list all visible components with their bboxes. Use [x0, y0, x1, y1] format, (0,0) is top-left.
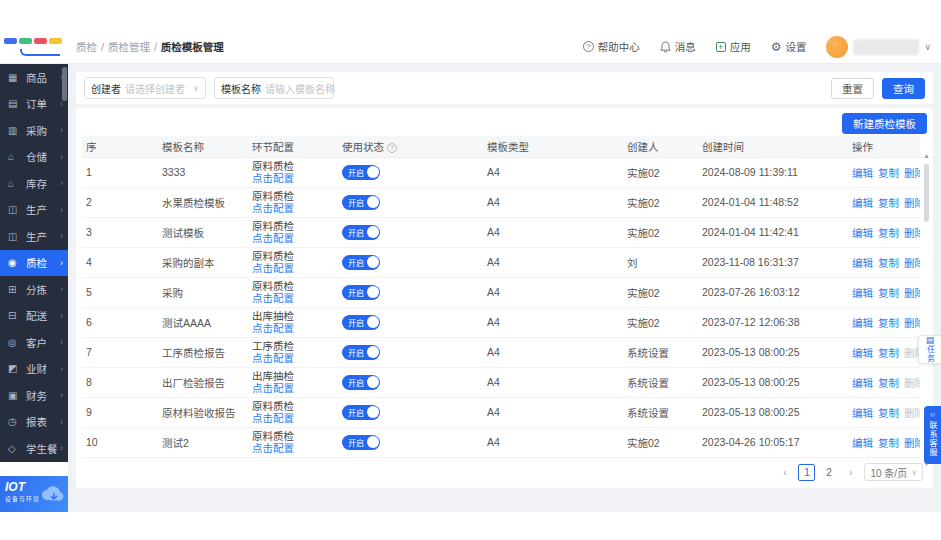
edit-link[interactable]: 编辑 — [852, 257, 873, 269]
next-page-button[interactable]: › — [842, 464, 859, 481]
reset-button[interactable]: 重置 — [831, 78, 874, 99]
configure-link[interactable]: 点击配置 — [252, 322, 334, 334]
copy-link[interactable]: 复制 — [878, 287, 899, 299]
status-toggle[interactable]: 开启 — [342, 375, 380, 390]
copy-link[interactable]: 复制 — [878, 227, 899, 239]
apps-button[interactable]: + 应用 — [716, 39, 751, 54]
delete-link[interactable]: 删除 — [904, 227, 920, 239]
template-name-input[interactable]: 模板名称 请输入模板名称 — [214, 77, 334, 99]
status-toggle[interactable]: 开启 — [342, 345, 380, 360]
status-toggle[interactable]: 开启 — [342, 405, 380, 420]
table-scrollbar-thumb[interactable] — [924, 164, 929, 222]
page-button-1[interactable]: 1 — [798, 464, 815, 481]
stack-icon: ▤ — [926, 336, 935, 345]
template-table-card: 新建质检模板 序模板名称环节配置使用状态?模板类型创建人创建时间操作 13333… — [76, 108, 933, 488]
sidebar-item-orders[interactable]: ▤订单› — [0, 91, 68, 118]
delete-link[interactable]: 删除 — [904, 287, 920, 299]
sidebar-item-student-meals[interactable]: ◇学生餐› — [0, 435, 68, 462]
created-time: 2024-08-09 11:39:11 — [698, 157, 848, 187]
table-row: 8出厂检验报告出库抽检点击配置开启A4系统设置2023-05-13 08:00:… — [82, 367, 920, 397]
configure-link[interactable]: 点击配置 — [252, 352, 334, 364]
prev-page-button[interactable]: ‹ — [776, 464, 793, 481]
copy-link[interactable]: 复制 — [878, 347, 899, 359]
status-toggle[interactable]: 开启 — [342, 225, 380, 240]
edit-link[interactable]: 编辑 — [852, 377, 873, 389]
status-toggle[interactable]: 开启 — [342, 255, 380, 270]
sidebar-item-production[interactable]: ◫生产› — [0, 197, 68, 224]
app-logo[interactable] — [0, 30, 68, 64]
sidebar-item-sorting[interactable]: ⊞分拣› — [0, 276, 68, 303]
settings-button[interactable]: ⚙ 设置 — [771, 39, 807, 54]
creator-select[interactable]: 创建者 请选择创建者 ∨ — [84, 77, 206, 99]
configure-link[interactable]: 点击配置 — [252, 382, 334, 394]
copy-link[interactable]: 复制 — [878, 407, 899, 419]
status-toggle[interactable]: 开启 — [342, 195, 380, 210]
sidebar-item-quality[interactable]: ◉质检› — [0, 250, 68, 277]
sidebar-item-production-2[interactable]: ◫生产› — [0, 223, 68, 250]
sidebar-item-delivery[interactable]: ⊟配送› — [0, 303, 68, 330]
delete-link[interactable]: 删除 — [904, 317, 920, 329]
edit-link[interactable]: 编辑 — [852, 347, 873, 359]
sidebar-item-customers[interactable]: ◎客户› — [0, 329, 68, 356]
chevron-right-icon: › — [60, 417, 63, 427]
copy-link[interactable]: 复制 — [878, 317, 899, 329]
edit-link[interactable]: 编辑 — [852, 197, 873, 209]
edit-link[interactable]: 编辑 — [852, 317, 873, 329]
iot-banner[interactable]: IOT 设备与环境 — [0, 476, 68, 512]
status-toggle[interactable]: 开启 — [342, 435, 380, 450]
configure-link[interactable]: 点击配置 — [252, 232, 334, 244]
row-index: 6 — [82, 307, 158, 337]
sidebar-item-business-finance[interactable]: ◩业财› — [0, 356, 68, 383]
sidebar-item-finance[interactable]: ▣财务› — [0, 382, 68, 409]
breadcrumb-quality-management[interactable]: 质检管理 — [108, 39, 150, 54]
edit-link[interactable]: 编辑 — [852, 437, 873, 449]
status-toggle[interactable]: 开启 — [342, 315, 380, 330]
messages-button[interactable]: 消息 — [660, 39, 696, 54]
status-toggle-label: 开启 — [348, 437, 364, 448]
delete-link[interactable]: 删除 — [904, 197, 920, 209]
copy-link[interactable]: 复制 — [878, 167, 899, 179]
edit-link[interactable]: 编辑 — [852, 287, 873, 299]
created-time: 2023-05-13 08:00:25 — [698, 337, 848, 367]
configure-link[interactable]: 点击配置 — [252, 292, 334, 304]
help-center-button[interactable]: ? 帮助中心 — [583, 39, 640, 54]
user-menu[interactable]: ∨ — [826, 36, 931, 58]
delete-link[interactable]: 删除 — [904, 257, 920, 269]
sidebar-item-purchase[interactable]: ▥采购› — [0, 117, 68, 144]
configure-link[interactable]: 点击配置 — [252, 172, 334, 184]
page-button-2[interactable]: 2 — [820, 464, 837, 481]
stage-config-cell: 出库抽检点击配置 — [248, 367, 338, 397]
status-toggle[interactable]: 开启 — [342, 285, 380, 300]
info-circle-icon[interactable]: ? — [387, 143, 397, 153]
copy-link[interactable]: 复制 — [878, 377, 899, 389]
copy-link[interactable]: 复制 — [878, 257, 899, 269]
status-toggle-label: 开启 — [348, 167, 364, 178]
tasks-float-button[interactable]: ▤ 任务 — [918, 335, 941, 364]
search-button[interactable]: 查询 — [882, 78, 925, 99]
creator: 实施02 — [623, 307, 698, 337]
username-redacted — [853, 39, 919, 55]
edit-link[interactable]: 编辑 — [852, 407, 873, 419]
sidebar-item-reports[interactable]: ◷报表› — [0, 409, 68, 436]
help-center-label: 帮助中心 — [598, 39, 640, 54]
configure-link[interactable]: 点击配置 — [252, 442, 334, 454]
configure-link[interactable]: 点击配置 — [252, 412, 334, 424]
scroll-up-icon[interactable]: ▲ — [922, 152, 931, 159]
configure-link[interactable]: 点击配置 — [252, 262, 334, 274]
delete-link[interactable]: 删除 — [904, 437, 920, 449]
status-toggle[interactable]: 开启 — [342, 165, 380, 180]
breadcrumb-quality[interactable]: 质检 — [76, 39, 97, 54]
copy-link[interactable]: 复制 — [878, 197, 899, 209]
new-template-button[interactable]: 新建质检模板 — [842, 113, 927, 134]
sidebar-item-goods[interactable]: ▦商品› — [0, 64, 68, 91]
page-size-select[interactable]: 10 条/页 ∨ — [864, 463, 923, 481]
copy-link[interactable]: 复制 — [878, 437, 899, 449]
sidebar-item-inventory[interactable]: ⌂库存› — [0, 170, 68, 197]
edit-link[interactable]: 编辑 — [852, 167, 873, 179]
edit-link[interactable]: 编辑 — [852, 227, 873, 239]
sidebar-scrollbar-thumb[interactable] — [62, 67, 67, 101]
customer-service-float-button[interactable]: ○ 联系客服 — [924, 406, 941, 464]
sidebar-item-warehousing[interactable]: ⌂仓储› — [0, 144, 68, 171]
configure-link[interactable]: 点击配置 — [252, 202, 334, 214]
delete-link[interactable]: 删除 — [904, 167, 920, 179]
